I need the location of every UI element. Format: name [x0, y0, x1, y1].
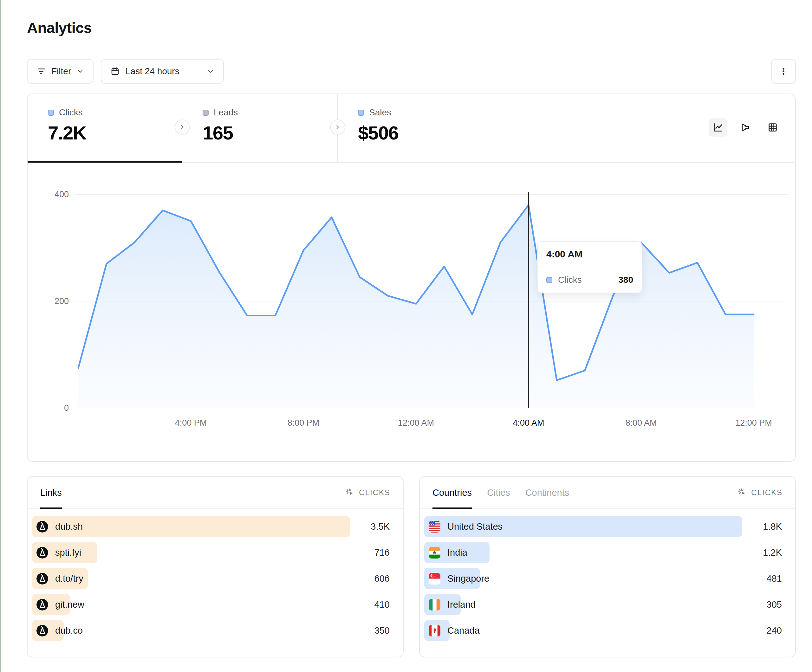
tooltip-time: 4:00 AM: [538, 242, 642, 267]
page-title: Analytics: [27, 19, 92, 36]
bar-zone: India: [424, 542, 742, 563]
line-chart-toggle[interactable]: [709, 118, 727, 136]
more-options-button[interactable]: [771, 59, 796, 84]
bar-zone: United States: [424, 516, 742, 537]
date-range-label: Last 24 hours: [126, 66, 201, 77]
bar-zone: git.new: [32, 594, 350, 615]
tooltip-value: 380: [618, 275, 633, 285]
filter-button[interactable]: Filter: [27, 59, 94, 84]
tab-leads[interactable]: Leads 165: [182, 94, 338, 162]
leads-tab-label: Leads: [214, 107, 238, 118]
item-click-count: 606: [374, 568, 390, 589]
tooltip-series-icon: [546, 277, 552, 283]
cursor-click-icon: [345, 488, 355, 497]
ca-flag-icon: [429, 625, 440, 636]
item-click-count: 305: [767, 594, 782, 615]
tooltip-series-label: Clicks: [558, 275, 612, 285]
list-item[interactable]: Singapore 481: [424, 568, 782, 589]
list-item[interactable]: git.new 410: [32, 594, 390, 615]
item-label: git.new: [55, 599, 84, 610]
bar-zone: dub.co: [32, 620, 350, 641]
links-list: dub.sh 3.5K spti.fyi 716 d.to/try 606: [32, 516, 390, 646]
svg-text:12:00 PM: 12:00 PM: [735, 418, 772, 428]
clicks-legend-icon: [48, 110, 54, 116]
item-label: India: [447, 547, 467, 558]
item-label: spti.fyi: [55, 547, 81, 558]
chevron-down-icon: [207, 68, 214, 75]
leads-value: 165: [203, 122, 337, 144]
item-label: Singapore: [447, 573, 489, 584]
bar-zone: Ireland: [424, 594, 742, 615]
svg-text:8:00 PM: 8:00 PM: [288, 418, 320, 428]
clicks-chart[interactable]: 0200400 4:00 PM8:00 PM12:00 AM4:00 AM8:0…: [27, 162, 795, 462]
in-flag-icon: [429, 547, 440, 559]
leads-legend-icon: [203, 110, 209, 116]
tab-links[interactable]: Links: [40, 477, 62, 508]
chevron-right-icon: [179, 124, 186, 130]
bar-zone: d.to/try: [32, 568, 350, 589]
list-item[interactable]: spti.fyi 716: [32, 542, 390, 563]
clicks-value: 7.2K: [48, 122, 182, 144]
tab-continents[interactable]: Continents: [525, 477, 570, 508]
item-label: d.to/try: [55, 573, 84, 584]
item-click-count: 1.8K: [763, 516, 782, 537]
svg-text:400: 400: [55, 189, 69, 199]
kebab-icon: [779, 67, 788, 76]
svg-text:4:00 PM: 4:00 PM: [175, 418, 207, 428]
ie-flag-icon: [429, 599, 440, 611]
item-click-count: 3.5K: [371, 516, 390, 537]
list-item[interactable]: United States 1.8K: [424, 516, 782, 537]
item-click-count: 1.2K: [763, 542, 782, 563]
table-view-toggle[interactable]: [764, 118, 782, 136]
sg-flag-icon: [429, 573, 440, 585]
tab-countries[interactable]: Countries: [432, 477, 472, 508]
links-metric-header[interactable]: CLICKS: [345, 488, 390, 497]
list-item[interactable]: Canada 240: [424, 620, 782, 641]
svg-text:4:00 AM: 4:00 AM: [513, 418, 544, 428]
dub-favicon-icon: [36, 599, 48, 611]
table-grid-icon: [767, 122, 778, 133]
line-chart-icon: [713, 122, 723, 133]
svg-text:12:00 AM: 12:00 AM: [398, 418, 434, 428]
tab-clicks[interactable]: Clicks 7.2K: [27, 94, 182, 162]
clicks-tab-label: Clicks: [59, 107, 83, 118]
active-tab-underline: [27, 161, 182, 163]
date-range-button[interactable]: Last 24 hours: [101, 59, 224, 84]
list-item[interactable]: Ireland 305: [424, 594, 782, 615]
expand-leads-button[interactable]: [330, 119, 345, 135]
svg-text:200: 200: [55, 297, 69, 306]
sales-legend-icon: [358, 110, 364, 116]
item-label: dub.sh: [55, 522, 83, 532]
chevron-down-icon: [77, 68, 84, 75]
list-item[interactable]: d.to/try 606: [32, 568, 390, 589]
bar-zone: Singapore: [424, 568, 742, 589]
countries-metric-header[interactable]: CLICKS: [737, 488, 783, 497]
area-chart-canvas: 0200400 4:00 PM8:00 PM12:00 AM4:00 AM8:0…: [27, 162, 795, 462]
analytics-page: Analytics Filter Last 24 hours Clicks 7.…: [0, 0, 812, 672]
item-label: United States: [447, 522, 503, 532]
list-item[interactable]: dub.sh 3.5K: [32, 516, 390, 537]
funnel-chart-toggle[interactable]: [736, 118, 755, 136]
funnel-chart-icon: [740, 122, 751, 133]
list-item[interactable]: dub.co 350: [32, 620, 390, 641]
analytics-panel: Clicks 7.2K Leads 165 Sales $506: [27, 94, 796, 462]
bar-zone: spti.fyi: [32, 542, 350, 563]
item-label: dub.co: [55, 625, 83, 636]
chart-tooltip: 4:00 AM Clicks 380: [537, 241, 642, 293]
filter-label: Filter: [51, 66, 71, 77]
dub-favicon-icon: [36, 547, 48, 559]
sales-tab-label: Sales: [369, 107, 391, 118]
svg-text:8:00 AM: 8:00 AM: [625, 418, 657, 428]
item-click-count: 350: [374, 620, 390, 641]
expand-clicks-button[interactable]: [175, 119, 190, 135]
tab-cities[interactable]: Cities: [487, 477, 510, 508]
window-edge: [0, 0, 1, 672]
item-click-count: 410: [374, 594, 390, 615]
bar-zone: Canada: [424, 620, 742, 641]
stats-tab-row: Clicks 7.2K Leads 165 Sales $506: [27, 94, 795, 163]
links-card: Links CLICKS dub.sh 3.5K spti.fyi 716: [27, 476, 404, 657]
chevron-right-icon: [334, 124, 341, 130]
bar-zone: dub.sh: [32, 516, 350, 537]
countries-metric-label: CLICKS: [751, 488, 783, 497]
list-item[interactable]: India 1.2K: [424, 542, 782, 563]
